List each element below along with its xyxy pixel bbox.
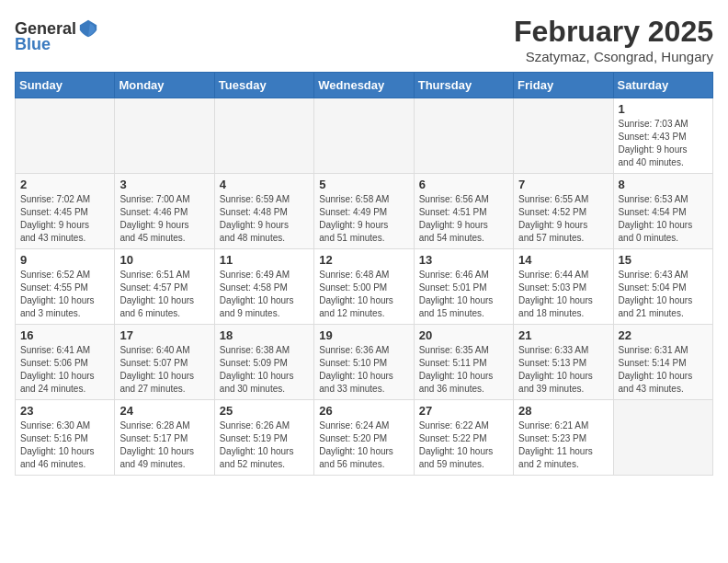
day-info: Sunrise: 6:40 AM Sunset: 5:07 PM Dayligh… bbox=[119, 344, 209, 396]
calendar-cell: 11Sunrise: 6:49 AM Sunset: 4:58 PM Dayli… bbox=[214, 249, 313, 325]
day-number: 25 bbox=[220, 404, 309, 418]
day-number: 2 bbox=[20, 178, 109, 191]
day-info: Sunrise: 6:26 AM Sunset: 5:19 PM Dayligh… bbox=[220, 419, 309, 471]
page-header: General Blue February 2025 Szatymaz, Cso… bbox=[15, 15, 713, 64]
day-number: 27 bbox=[419, 404, 508, 418]
day-info: Sunrise: 6:55 AM Sunset: 4:52 PM Dayligh… bbox=[518, 193, 608, 245]
calendar-weekday-tuesday: Tuesday bbox=[214, 73, 313, 98]
calendar-cell: 25Sunrise: 6:26 AM Sunset: 5:19 PM Dayli… bbox=[214, 400, 313, 476]
calendar-cell bbox=[214, 98, 313, 174]
calendar-cell: 14Sunrise: 6:44 AM Sunset: 5:03 PM Dayli… bbox=[514, 249, 613, 325]
calendar-cell bbox=[514, 98, 613, 174]
calendar-week-1: 1Sunrise: 7:03 AM Sunset: 4:43 PM Daylig… bbox=[16, 98, 713, 174]
logo: General Blue bbox=[15, 18, 98, 54]
day-info: Sunrise: 7:02 AM Sunset: 4:45 PM Dayligh… bbox=[20, 193, 109, 245]
day-number: 8 bbox=[619, 178, 708, 191]
day-info: Sunrise: 6:56 AM Sunset: 4:51 PM Dayligh… bbox=[419, 193, 508, 245]
day-number: 3 bbox=[119, 178, 209, 191]
calendar: SundayMondayTuesdayWednesdayThursdayFrid… bbox=[15, 72, 713, 476]
day-number: 10 bbox=[119, 253, 209, 267]
day-number: 15 bbox=[619, 253, 708, 267]
day-info: Sunrise: 6:58 AM Sunset: 4:49 PM Dayligh… bbox=[319, 193, 408, 245]
calendar-cell: 12Sunrise: 6:48 AM Sunset: 5:00 PM Dayli… bbox=[314, 249, 414, 325]
calendar-cell: 13Sunrise: 6:46 AM Sunset: 5:01 PM Dayli… bbox=[414, 249, 513, 325]
day-number: 21 bbox=[518, 328, 608, 342]
day-info: Sunrise: 6:21 AM Sunset: 5:23 PM Dayligh… bbox=[518, 419, 608, 471]
day-info: Sunrise: 6:44 AM Sunset: 5:03 PM Dayligh… bbox=[518, 269, 608, 320]
day-info: Sunrise: 6:36 AM Sunset: 5:10 PM Dayligh… bbox=[319, 344, 408, 396]
calendar-weekday-saturday: Saturday bbox=[613, 73, 712, 98]
day-number: 17 bbox=[119, 328, 209, 342]
day-number: 5 bbox=[319, 178, 408, 191]
calendar-cell: 15Sunrise: 6:43 AM Sunset: 5:04 PM Dayli… bbox=[613, 249, 712, 325]
day-info: Sunrise: 6:59 AM Sunset: 4:48 PM Dayligh… bbox=[220, 193, 309, 245]
day-number: 19 bbox=[319, 328, 408, 342]
day-info: Sunrise: 6:38 AM Sunset: 5:09 PM Dayligh… bbox=[220, 344, 309, 396]
calendar-cell: 3Sunrise: 7:00 AM Sunset: 4:46 PM Daylig… bbox=[115, 174, 214, 249]
day-info: Sunrise: 6:33 AM Sunset: 5:13 PM Dayligh… bbox=[518, 344, 608, 396]
day-info: Sunrise: 6:52 AM Sunset: 4:55 PM Dayligh… bbox=[20, 269, 109, 320]
calendar-cell: 23Sunrise: 6:30 AM Sunset: 5:16 PM Dayli… bbox=[16, 400, 115, 476]
month-title: February 2025 bbox=[514, 15, 713, 49]
calendar-cell: 21Sunrise: 6:33 AM Sunset: 5:13 PM Dayli… bbox=[514, 325, 613, 400]
day-info: Sunrise: 6:28 AM Sunset: 5:17 PM Dayligh… bbox=[119, 419, 209, 471]
day-info: Sunrise: 6:22 AM Sunset: 5:22 PM Dayligh… bbox=[419, 419, 508, 471]
calendar-week-5: 23Sunrise: 6:30 AM Sunset: 5:16 PM Dayli… bbox=[16, 400, 713, 476]
logo-icon bbox=[78, 18, 98, 39]
calendar-cell: 8Sunrise: 6:53 AM Sunset: 4:54 PM Daylig… bbox=[613, 174, 712, 249]
calendar-cell: 17Sunrise: 6:40 AM Sunset: 5:07 PM Dayli… bbox=[115, 325, 214, 400]
day-info: Sunrise: 7:00 AM Sunset: 4:46 PM Dayligh… bbox=[119, 193, 209, 245]
day-number: 6 bbox=[419, 178, 508, 191]
logo-blue: Blue bbox=[15, 35, 51, 54]
day-info: Sunrise: 6:35 AM Sunset: 5:11 PM Dayligh… bbox=[419, 344, 508, 396]
day-number: 9 bbox=[20, 253, 109, 267]
day-info: Sunrise: 6:31 AM Sunset: 5:14 PM Dayligh… bbox=[619, 344, 708, 396]
title-area: February 2025 Szatymaz, Csongrad, Hungar… bbox=[514, 15, 713, 64]
day-number: 23 bbox=[20, 404, 109, 418]
calendar-weekday-friday: Friday bbox=[514, 73, 613, 98]
day-number: 28 bbox=[518, 404, 608, 418]
calendar-cell bbox=[115, 98, 214, 174]
day-info: Sunrise: 6:46 AM Sunset: 5:01 PM Dayligh… bbox=[419, 269, 508, 320]
day-info: Sunrise: 6:24 AM Sunset: 5:20 PM Dayligh… bbox=[319, 419, 408, 471]
calendar-cell: 4Sunrise: 6:59 AM Sunset: 4:48 PM Daylig… bbox=[214, 174, 313, 249]
calendar-cell: 24Sunrise: 6:28 AM Sunset: 5:17 PM Dayli… bbox=[115, 400, 214, 476]
calendar-cell: 5Sunrise: 6:58 AM Sunset: 4:49 PM Daylig… bbox=[314, 174, 414, 249]
calendar-cell bbox=[16, 98, 115, 174]
day-number: 14 bbox=[518, 253, 608, 267]
calendar-cell: 19Sunrise: 6:36 AM Sunset: 5:10 PM Dayli… bbox=[314, 325, 414, 400]
calendar-cell: 28Sunrise: 6:21 AM Sunset: 5:23 PM Dayli… bbox=[514, 400, 613, 476]
calendar-cell bbox=[314, 98, 414, 174]
calendar-cell: 16Sunrise: 6:41 AM Sunset: 5:06 PM Dayli… bbox=[16, 325, 115, 400]
calendar-weekday-sunday: Sunday bbox=[16, 73, 115, 98]
day-info: Sunrise: 6:49 AM Sunset: 4:58 PM Dayligh… bbox=[220, 269, 309, 320]
calendar-cell: 27Sunrise: 6:22 AM Sunset: 5:22 PM Dayli… bbox=[414, 400, 513, 476]
calendar-cell: 20Sunrise: 6:35 AM Sunset: 5:11 PM Dayli… bbox=[414, 325, 513, 400]
calendar-week-3: 9Sunrise: 6:52 AM Sunset: 4:55 PM Daylig… bbox=[16, 249, 713, 325]
calendar-weekday-thursday: Thursday bbox=[414, 73, 513, 98]
calendar-cell: 22Sunrise: 6:31 AM Sunset: 5:14 PM Dayli… bbox=[613, 325, 712, 400]
day-info: Sunrise: 6:30 AM Sunset: 5:16 PM Dayligh… bbox=[20, 419, 109, 471]
day-number: 16 bbox=[20, 328, 109, 342]
day-number: 18 bbox=[220, 328, 309, 342]
calendar-cell: 6Sunrise: 6:56 AM Sunset: 4:51 PM Daylig… bbox=[414, 174, 513, 249]
day-number: 4 bbox=[220, 178, 309, 191]
day-number: 1 bbox=[619, 102, 708, 116]
day-info: Sunrise: 6:48 AM Sunset: 5:00 PM Dayligh… bbox=[319, 269, 408, 320]
day-info: Sunrise: 6:41 AM Sunset: 5:06 PM Dayligh… bbox=[20, 344, 109, 396]
day-info: Sunrise: 6:51 AM Sunset: 4:57 PM Dayligh… bbox=[119, 269, 209, 320]
day-number: 12 bbox=[319, 253, 408, 267]
calendar-cell: 26Sunrise: 6:24 AM Sunset: 5:20 PM Dayli… bbox=[314, 400, 414, 476]
calendar-weekday-wednesday: Wednesday bbox=[314, 73, 414, 98]
day-number: 24 bbox=[119, 404, 209, 418]
calendar-cell: 7Sunrise: 6:55 AM Sunset: 4:52 PM Daylig… bbox=[514, 174, 613, 249]
day-number: 13 bbox=[419, 253, 508, 267]
calendar-cell: 9Sunrise: 6:52 AM Sunset: 4:55 PM Daylig… bbox=[16, 249, 115, 325]
calendar-cell: 1Sunrise: 7:03 AM Sunset: 4:43 PM Daylig… bbox=[613, 98, 712, 174]
calendar-header: SundayMondayTuesdayWednesdayThursdayFrid… bbox=[16, 73, 713, 98]
day-number: 20 bbox=[419, 328, 508, 342]
calendar-cell: 2Sunrise: 7:02 AM Sunset: 4:45 PM Daylig… bbox=[16, 174, 115, 249]
calendar-cell bbox=[613, 400, 712, 476]
calendar-cell: 18Sunrise: 6:38 AM Sunset: 5:09 PM Dayli… bbox=[214, 325, 313, 400]
calendar-cell bbox=[414, 98, 513, 174]
